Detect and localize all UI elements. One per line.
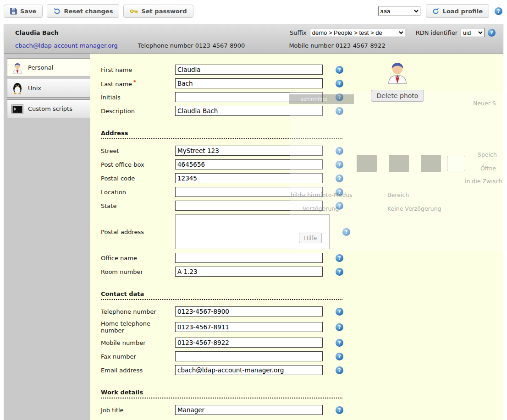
save-icon [10, 8, 17, 15]
form-row-postal-address: Postal address? [101, 214, 503, 249]
initials-input[interactable] [175, 92, 323, 102]
form-row-telephone-number: Telephone number? [101, 306, 503, 316]
personal-tab-content: First name?Last name*?Initials?Descripti… [90, 54, 503, 420]
reset-changes-button-label: Reset changes [64, 8, 113, 15]
initials-label: Initials [101, 94, 175, 101]
room-number-label-text: Room number [101, 268, 143, 275]
main-toolbar: Save Reset changes Set password aaa Load… [0, 0, 507, 22]
help-icon[interactable]: ? [336, 406, 343, 414]
mobile-number-label: Mobile number [101, 339, 175, 346]
form-row-street: Street? [101, 146, 503, 156]
tab-personal[interactable]: Personal [7, 58, 90, 77]
account-title: Claudia Bach [11, 29, 59, 36]
help-icon[interactable]: ? [336, 188, 343, 196]
fax-number-input[interactable] [175, 351, 323, 361]
postal-code-label-text: Postal code [101, 175, 135, 182]
section-heading: Contact data [101, 289, 342, 300]
person-icon [11, 62, 24, 74]
description-label-text: Description [101, 108, 135, 115]
last-name-label: Last name* [101, 79, 175, 87]
email-link[interactable]: cbach@ldap-account-manager.org [15, 42, 118, 49]
tab-custom-scripts[interactable]: Custom scripts [7, 99, 90, 118]
state-label-text: State [101, 202, 116, 209]
form-row-post-office-box: Post office box? [101, 159, 503, 169]
email-address-input[interactable] [175, 365, 323, 375]
profile-select[interactable]: aaa [378, 6, 420, 16]
fax-number-label-text: Fax number [101, 353, 136, 360]
form-row-office-name: Office name? [101, 253, 503, 263]
office-name-input[interactable] [175, 253, 323, 263]
fax-number-label: Fax number [101, 353, 175, 360]
help-icon[interactable]: ? [336, 93, 343, 101]
help-icon[interactable]: ? [336, 323, 343, 331]
help-icon[interactable]: ? [336, 147, 343, 155]
form-row-email-address: Email address? [101, 365, 503, 375]
header-top-row: Claudia Bach Suffix demo > People > test… [11, 28, 496, 37]
help-icon[interactable]: ? [336, 66, 343, 74]
help-icon[interactable]: ? [336, 175, 343, 182]
load-profile-button[interactable]: Load profile [426, 4, 489, 18]
tab-unix[interactable]: Unix [7, 79, 90, 98]
state-label: State [101, 202, 175, 209]
street-label-text: Street [101, 147, 119, 154]
postal-address-input[interactable] [175, 214, 330, 249]
header-mobile: Mobile number 0123-4567-8922 [289, 42, 385, 49]
tab-custom-scripts-label: Custom scripts [28, 105, 72, 112]
help-icon[interactable]: ? [488, 29, 496, 37]
postal-code-input[interactable] [175, 173, 323, 183]
help-icon[interactable]: ? [336, 107, 343, 115]
help-icon[interactable]: ? [336, 268, 343, 276]
postal-address-label: Postal address [101, 229, 175, 235]
street-input[interactable] [175, 146, 323, 156]
form-row-last-name: Last name*? [101, 78, 503, 88]
job-title-input[interactable] [175, 405, 323, 415]
office-name-label: Office name [101, 255, 175, 262]
header-right: Suffix demo > People > test > de RDN ide… [290, 28, 496, 37]
set-password-button[interactable]: Set password [123, 5, 193, 18]
set-password-button-label: Set password [141, 8, 187, 15]
form-row-state: State? [101, 201, 503, 211]
help-icon[interactable]: ? [336, 353, 343, 360]
telephone-number-input[interactable] [175, 306, 323, 316]
form-row-job-title: Job title? [101, 405, 503, 415]
home-telephone-number-input[interactable] [175, 322, 323, 332]
save-button[interactable]: Save [4, 5, 43, 18]
tux-icon [11, 82, 24, 94]
delete-photo-button[interactable]: Delete photo [371, 90, 424, 102]
room-number-input[interactable] [175, 267, 323, 277]
section-heading: Address [101, 129, 342, 139]
help-icon[interactable]: ? [336, 254, 343, 262]
office-name-label-text: Office name [101, 255, 137, 262]
suffix-select[interactable]: demo > People > test > de [310, 28, 405, 37]
help-icon[interactable]: ? [342, 228, 350, 236]
telephone-number-label-text: Telephone number [101, 308, 156, 315]
terminal-icon [11, 104, 24, 114]
help-icon[interactable]: ? [336, 80, 343, 87]
help-icon[interactable]: ? [495, 7, 502, 15]
state-input[interactable] [175, 201, 323, 211]
room-number-label: Room number [101, 268, 175, 275]
account-editor: Claudia Bach Suffix demo > People > test… [4, 24, 503, 420]
description-input[interactable] [175, 106, 323, 116]
help-icon[interactable]: ? [336, 339, 343, 347]
mobile-number-input[interactable] [175, 338, 323, 348]
form-row-postal-code: Postal code? [101, 173, 503, 183]
user-photo-block: Delete photo [365, 60, 430, 102]
telephone-number-label: Telephone number [101, 308, 175, 315]
help-icon[interactable]: ? [336, 366, 343, 374]
rdn-select[interactable]: uid [461, 28, 485, 37]
account-header: Claudia Bach Suffix demo > People > test… [4, 24, 503, 54]
last-name-label-text: Last name [101, 81, 132, 87]
email-address-label-text: Email address [101, 367, 143, 374]
help-icon[interactable]: ? [336, 161, 343, 169]
last-name-input[interactable] [175, 78, 323, 88]
first-name-input[interactable] [175, 65, 323, 75]
load-profile-button-label: Load profile [443, 8, 483, 15]
help-icon[interactable]: ? [336, 202, 343, 210]
location-input[interactable] [175, 187, 323, 197]
reset-changes-button[interactable]: Reset changes [47, 4, 119, 18]
post-office-box-input[interactable] [175, 159, 323, 169]
save-button-label: Save [20, 8, 36, 15]
key-icon [130, 8, 138, 14]
help-icon[interactable]: ? [336, 308, 343, 316]
